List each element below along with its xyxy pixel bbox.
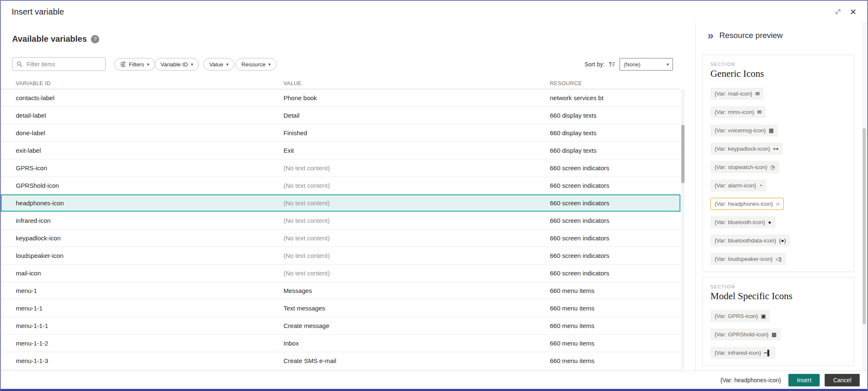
column-header-resource[interactable]: RESOURCE (550, 80, 680, 86)
row-value: Messages (283, 287, 550, 294)
dialog-footer: {Var: headphones-icon} Insert Cancel (1, 371, 867, 389)
chip-label: {Var: infrared-icon} (715, 350, 761, 356)
chevron-down-icon: ▾ (147, 62, 150, 67)
chip-label: {Var: GPRShold-icon} (715, 331, 769, 338)
row-resource: 660 screen indicators (550, 252, 680, 259)
variable-chip-loudspeaker[interactable]: {Var: loudspeaker-icon} ◁) (710, 253, 786, 265)
row-resource: 660 screen indicators (550, 164, 680, 172)
loudspeaker-icon: ◁) (775, 256, 781, 262)
table-row[interactable]: menu-1-1-2 Inbox 660 menu items (1, 335, 680, 352)
bluetooth-icon: ● (768, 219, 771, 225)
infrared-icon: ╍▌ (764, 350, 771, 356)
row-variable-id: detail-label (16, 112, 283, 119)
insert-variable-dialog: Insert variable × Available variables ? (0, 0, 868, 391)
row-variable-id: keypadlock-icon (16, 235, 283, 242)
variable-chip-stopwatch[interactable]: {Var: stopwatch-icon} ◷ (710, 161, 779, 173)
row-resource: 660 menu items (550, 305, 680, 312)
variable-id-dropdown-label: Variable ID (161, 61, 188, 68)
table-row[interactable]: done-label Finished 660 display texts (1, 124, 680, 142)
resource-preview-header: » Resource preview (707, 31, 783, 40)
chip-label: {Var: mms-icon} (715, 109, 754, 115)
dialog-title: Insert variable (12, 7, 64, 17)
table-row[interactable]: menu-1 Messages 660 menu items (1, 282, 680, 300)
resource-dropdown[interactable]: Resource ▾ (236, 58, 276, 71)
table-row[interactable]: detail-label Detail 660 display texts (1, 107, 680, 124)
filter-search[interactable] (12, 57, 105, 71)
row-resource: 660 display texts (550, 129, 680, 136)
row-variable-id: menu-1-1-1 (16, 322, 283, 329)
expand-dialog-icon[interactable] (834, 8, 842, 15)
collapse-panel-icon[interactable]: » (707, 31, 713, 40)
filters-dropdown[interactable]: Filters ▾ (114, 58, 155, 71)
variable-chip-alarm[interactable]: {Var: alarm-icon} ◔ (710, 179, 766, 192)
variable-id-dropdown[interactable]: Variable ID ▾ (155, 58, 199, 71)
sort-by-control: Sort by: (None) ▾ (585, 58, 673, 71)
chevron-down-icon: ▾ (268, 62, 271, 67)
variable-chip-voicemsg[interactable]: {Var: voicemsg-icon} ▦ (710, 124, 778, 136)
filter-items-input[interactable] (26, 61, 103, 68)
mms-icon: ✉ (757, 109, 762, 115)
table-row[interactable]: loudspeaker-icon (No text content) 660 s… (1, 247, 680, 265)
chevron-down-icon: ▾ (191, 62, 193, 67)
row-resource: network services bt (550, 94, 680, 101)
chip-label: {Var: bluetoothdata-icon} (715, 237, 776, 244)
table-row[interactable]: menu-1-1 Text messages 660 menu items (1, 300, 680, 317)
resource-preview-panel: » Resource preview SECTION Generic Icons… (695, 23, 867, 371)
close-icon[interactable]: × (850, 8, 856, 15)
preview-scrollbar-thumb[interactable] (863, 128, 866, 324)
value-dropdown-label: Value (209, 61, 223, 68)
filter-toolbar: Filters ▾ Variable ID ▾ Value ▾ Resource… (1, 57, 695, 71)
variable-chip-gprshold[interactable]: {Var: GPRShold-icon} ▩ (710, 328, 781, 341)
section-generic-icons: SECTION Generic Icons {Var: mail-icon} ✉… (702, 55, 854, 272)
resource-preview-title: Resource preview (719, 31, 783, 40)
help-icon[interactable]: ? (91, 35, 99, 43)
row-resource: 660 screen indicators (550, 182, 680, 189)
bluetoothdata-icon: (●) (779, 237, 786, 244)
table-row-selected[interactable]: headphones-icon (No text content) 660 sc… (1, 194, 680, 212)
variable-chip-bluetoothdata[interactable]: {Var: bluetoothdata-icon} (●) (710, 235, 790, 247)
cancel-button[interactable]: Cancel (825, 374, 860, 386)
row-value: (No text content) (283, 217, 550, 224)
table-row[interactable]: infrared-icon (No text content) 660 scre… (1, 212, 680, 230)
preview-scrollbar[interactable] (862, 23, 866, 371)
chevron-down-icon: ▾ (226, 62, 229, 67)
variable-chip-keypadlock[interactable]: {Var: keypadlock-icon} ⊶ (710, 143, 783, 155)
chip-label: {Var: headphones-icon} (715, 201, 773, 207)
table-row[interactable]: menu-1-1-1 Create message 660 menu items (1, 317, 680, 335)
row-value: Finished (283, 129, 550, 136)
row-variable-id: menu-1 (16, 287, 283, 294)
column-header-variable-id[interactable]: VARIABLE ID (16, 80, 283, 86)
row-value: Inbox (283, 340, 550, 347)
sort-by-select[interactable]: (None) ▾ (620, 58, 673, 71)
row-value: (No text content) (283, 182, 550, 189)
chip-label: {Var: stopwatch-icon} (715, 164, 768, 170)
table-row[interactable]: menu-1-1-3 Create SMS e-mail 660 menu it… (1, 352, 680, 370)
row-variable-id: menu-1-1-3 (16, 357, 283, 364)
table-row[interactable]: GPRS-icon (No text content) 660 screen i… (1, 159, 680, 177)
row-value: (No text content) (283, 270, 550, 277)
table-row[interactable]: GPRShold-icon (No text content) 660 scre… (1, 177, 680, 194)
table-scrollbar[interactable] (681, 89, 685, 370)
table-row[interactable]: keypadlock-icon (No text content) 660 sc… (1, 230, 680, 247)
column-header-value[interactable]: VALUE (283, 80, 550, 86)
table-row[interactable]: contacts-label Phone book network servic… (1, 89, 680, 107)
chevron-down-icon: ▾ (667, 62, 669, 67)
variable-chip-headphones-selected[interactable]: {Var: headphones-icon} ∩ (710, 198, 784, 210)
table-row[interactable]: exit-label Exit 660 display texts (1, 142, 680, 159)
row-resource: 660 screen indicators (550, 235, 680, 242)
variable-chip-mms[interactable]: {Var: mms-icon} ✉ (710, 106, 766, 118)
value-dropdown[interactable]: Value ▾ (203, 58, 234, 71)
variable-chip-mail[interactable]: {Var: mail-icon} ✉ (710, 88, 764, 100)
row-variable-id: contacts-label (16, 94, 283, 101)
table-row[interactable]: mail-icon (No text content) 660 screen i… (1, 265, 680, 282)
row-value: Detail (283, 112, 550, 119)
sort-icon[interactable] (608, 61, 616, 68)
available-variables-label: Available variables (12, 34, 87, 43)
variable-chip-infrared[interactable]: {Var: infrared-icon} ╍▌ (710, 347, 775, 359)
variable-chip-bluetooth[interactable]: {Var: bluetooth-icon} ● (710, 216, 775, 228)
row-variable-id: mail-icon (16, 270, 283, 277)
variable-chip-gprs[interactable]: {Var: GPRS-icon} ▣ (710, 310, 770, 322)
insert-button[interactable]: Insert (788, 374, 820, 386)
table-scrollbar-thumb[interactable] (681, 125, 685, 183)
search-icon (17, 61, 23, 67)
